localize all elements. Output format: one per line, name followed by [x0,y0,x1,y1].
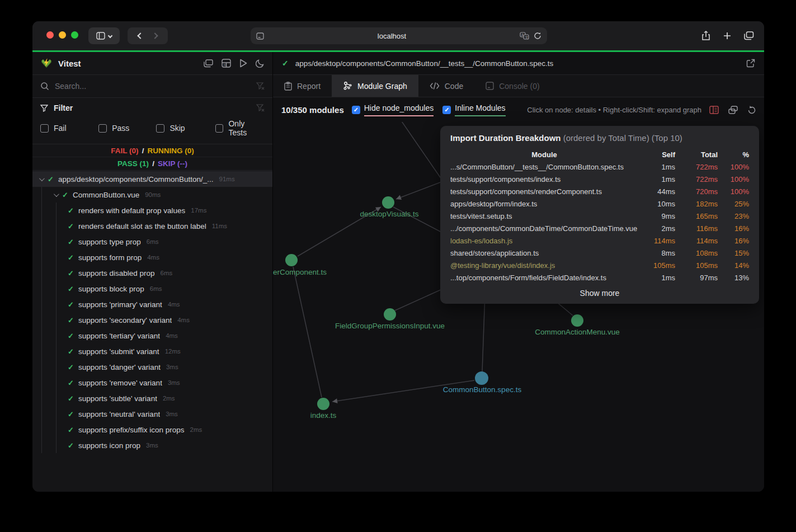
vitest-logo [40,58,53,69]
tree-test-case[interactable]: ✓supports 'danger' variant3ms [32,359,272,375]
graph-node-label[interactable]: CommonButton.spec.ts [443,385,522,394]
tree-test-case[interactable]: ✓supports 'subtle' variant2ms [32,390,272,406]
self-time: 44ms [644,187,675,196]
tree-test-case[interactable]: ✓supports prefix/suffix icon props2ms [32,422,272,437]
back-button[interactable] [137,32,143,39]
tree-root-file[interactable]: ✓apps/desktop/components/CommonButton/_.… [32,171,272,187]
filter-title: Filter [54,103,73,112]
tree-test-case[interactable]: ✓supports disabled prop6ms [32,265,272,281]
run-all-icon[interactable] [239,59,247,68]
graph-node-label[interactable]: erComponent.ts [273,268,327,276]
toggle-inline-modules[interactable]: ✓Inline Modules [442,103,505,116]
tree-test-case[interactable]: ✓supports 'tertiary' variant4ms [32,328,272,343]
tree-test-case[interactable]: ✓supports 'remove' variant3ms [32,375,272,390]
table-row[interactable]: ...top/components/Form/fields/FieldDate/… [450,271,749,284]
copy-graph-icon[interactable] [728,106,738,114]
address-bar[interactable]: localhost A 文 [251,27,547,44]
close-window-button[interactable] [46,31,54,39]
total-time: 116ms [681,224,718,233]
self-time: 105ms [644,261,675,270]
tab-console-0[interactable]: Console (0) [474,75,550,97]
report-overlay-icon[interactable] [204,59,213,68]
table-row[interactable]: lodash-es/lodash.js114ms114ms16% [450,234,749,247]
table-row[interactable]: apps/desktop/form/index.ts10ms182ms25% [450,197,749,210]
reload-icon[interactable] [534,32,541,40]
tab-overview-icon[interactable] [744,31,754,40]
graph-node-spec[interactable] [475,371,488,385]
graph-node-label[interactable]: index.ts [310,411,337,420]
graph-node-actionMenu[interactable] [571,314,583,327]
graph-node-renderComponent[interactable] [285,254,298,266]
zoom-window-button[interactable] [71,31,78,39]
table-row[interactable]: .../components/CommonDateTime/CommonDate… [450,222,749,234]
tree-test-case[interactable]: ✓supports 'neutral' variant3ms [32,406,272,422]
test-label: supports type prop [78,238,141,246]
tab-report[interactable]: Report [273,75,332,97]
test-label: renders default slot as the button label [78,222,206,230]
clear-search-filter-icon[interactable] [256,82,265,90]
tree-test-case[interactable]: ✓supports form prop4ms [32,249,272,265]
table-row[interactable]: shared/stores/application.ts8ms108ms15% [450,247,749,259]
translate-icon[interactable]: A 文 [520,32,529,40]
tree-test-case[interactable]: ✓renders default slot as the button labe… [32,218,272,234]
total-time: 722ms [681,163,718,171]
graph-node-label[interactable]: FieldGroupPermissionsInput.vue [335,322,445,330]
table-row[interactable]: tests/support/components/renderComponent… [450,185,749,197]
show-more-button[interactable]: Show more [450,289,749,298]
tree-test-case[interactable]: ✓supports type prop6ms [32,234,272,249]
checkbox-unchecked[interactable] [40,124,49,133]
graph-node-desktopVisuals[interactable] [382,196,394,209]
chevron-down-icon[interactable] [54,191,59,197]
filter-option-pass[interactable]: Pass [98,119,156,137]
search-input[interactable] [55,82,251,91]
table-row[interactable]: tests/vitest.setup.ts9ms165ms23% [450,210,749,222]
filter-option-only-tests[interactable]: Only Tests [215,119,265,137]
dark-mode-moon-icon[interactable] [256,59,265,68]
tree-test-case[interactable]: ✓supports block prop6ms [32,281,272,296]
graph-node-index[interactable] [317,398,329,410]
tab-code[interactable]: Code [418,75,474,97]
total-time: 105ms [681,261,718,270]
new-tab-icon[interactable] [723,31,732,40]
clear-filter-icon[interactable] [256,104,265,112]
table-row[interactable]: ...s/CommonButton/__tests__/CommonButton… [450,161,749,173]
tree-test-case[interactable]: ✓supports icon prop3ms [32,437,272,453]
pass-check-icon: ✓ [68,426,74,434]
tab-module-graph[interactable]: Module Graph [332,75,418,97]
graph-node-fieldGroup[interactable] [384,308,396,321]
checkbox-checked[interactable]: ✓ [442,106,451,114]
module-graph-canvas[interactable]: desktopVisuals.tserComponent.tsFieldGrou… [273,122,764,492]
tree-test-case[interactable]: ✓supports 'secondary' variant4ms [32,312,272,328]
checkbox-unchecked[interactable] [98,124,107,133]
checkbox-unchecked[interactable] [215,124,224,133]
toggle-hide-node-modules[interactable]: ✓Hide node_modules [352,103,434,116]
share-icon[interactable] [701,31,710,41]
tree-test-case[interactable]: ✓renders with default prop values17ms [32,203,272,218]
open-external-icon[interactable] [746,59,755,68]
test-duration: 2ms [190,426,202,433]
module-name: .../components/CommonDateTime/CommonDate… [450,224,638,233]
filter-option-skip[interactable]: Skip [156,119,215,137]
sidebar-toggle-button[interactable] [88,27,120,44]
table-row[interactable]: tests/support/components/index.ts1ms722m… [450,173,749,185]
run-summary: FAIL (0) / RUNNING (0) PASS (1) / SKIP (… [32,144,272,171]
test-label: supports 'subtle' variant [78,394,157,403]
dashboard-icon[interactable]: 31 [222,59,231,68]
total-time: 165ms [681,212,718,220]
forward-button[interactable] [152,32,158,39]
graph-node-label[interactable]: CommonActionMenu.vue [535,328,620,336]
reset-graph-icon[interactable] [747,105,756,114]
checkbox-checked[interactable]: ✓ [352,106,360,114]
tree-suite[interactable]: ✓CommonButton.vue90ms [32,187,272,203]
tree-test-case[interactable]: ✓supports 'submit' variant12ms [32,343,272,359]
graph-node-label[interactable]: desktopVisuals.ts [360,210,419,218]
node-modules-legend-icon[interactable] [709,106,719,114]
checkbox-unchecked[interactable] [156,124,164,133]
table-row[interactable]: @testing-library/vue/dist/index.js105ms1… [450,259,749,271]
chevron-down-icon[interactable] [39,176,45,181]
minimize-window-button[interactable] [59,31,66,39]
self-time: 2ms [644,224,675,233]
tab-label: Module Graph [357,82,407,91]
filter-option-fail[interactable]: Fail [40,119,98,137]
tree-test-case[interactable]: ✓supports 'primary' variant4ms [32,296,272,312]
